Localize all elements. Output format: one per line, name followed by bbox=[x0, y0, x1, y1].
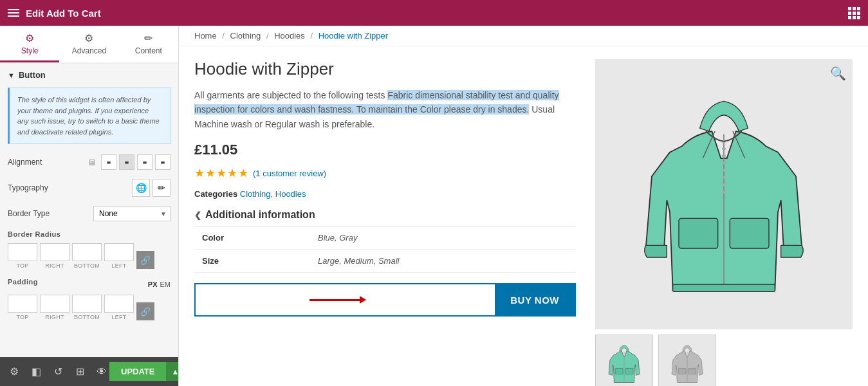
stars-row: ★★★★★ (1 customer review) bbox=[194, 166, 576, 180]
additional-info-table: Color Blue, Gray Size Large, Medium, Sma… bbox=[194, 226, 576, 273]
breadcrumb-clothing[interactable]: Clothing bbox=[230, 31, 261, 41]
review-link[interactable]: (1 customer review) bbox=[253, 169, 326, 178]
px-em-toggle: PX EM bbox=[148, 280, 171, 288]
tab-content[interactable]: ✏ Content bbox=[119, 26, 178, 62]
border-type-select[interactable]: None Solid Dashed Dotted Double bbox=[93, 206, 171, 221]
tab-style-label: Style bbox=[21, 46, 39, 55]
right-label: RIGHT bbox=[45, 262, 64, 269]
category-clothing-link[interactable]: Clothing bbox=[240, 189, 271, 199]
alignment-row: Alignment 🖥 ≡ ≡ ≡ ≡ bbox=[8, 154, 171, 170]
breadcrumb: Home / Clothing / Hoodies / Hoodie with … bbox=[179, 26, 868, 46]
chevron-down-icon: ▼ bbox=[8, 71, 15, 79]
svg-rect-2 bbox=[722, 147, 726, 150]
product-image bbox=[634, 78, 814, 310]
description-text: All garments are subjected to the follow… bbox=[194, 90, 559, 129]
toolbar-icons: ⚙ ◧ ↺ ⊞ 👁 bbox=[6, 364, 109, 380]
border-type-label: Border Type bbox=[8, 209, 50, 218]
thumbnail-2[interactable] bbox=[658, 335, 716, 386]
layers-icon[interactable]: ◧ bbox=[28, 364, 44, 380]
product-description: All garments are subjected to the follow… bbox=[194, 88, 576, 131]
size-key: Size bbox=[194, 250, 310, 273]
padding-left-input[interactable] bbox=[104, 295, 134, 313]
border-radius-section: Border Radius TOP RIGHT BOTTOM bbox=[8, 230, 171, 269]
grid-icon[interactable] bbox=[848, 7, 860, 19]
padding-left-group: LEFT bbox=[104, 295, 134, 320]
breadcrumb-hoodies[interactable]: Hoodies bbox=[274, 31, 305, 41]
typography-row: Typography 🌐 ✏ bbox=[8, 179, 171, 197]
border-type-select-wrapper: None Solid Dashed Dotted Double ▼ bbox=[93, 206, 171, 221]
svg-rect-6 bbox=[722, 176, 726, 179]
bottom-toolbar: ⚙ ◧ ↺ ⊞ 👁 UPDATE ▲ bbox=[0, 357, 178, 386]
top-bar: Edit Add To Cart bbox=[0, 0, 868, 26]
align-justify-btn[interactable]: ≡ bbox=[155, 154, 171, 170]
history-icon[interactable]: ↺ bbox=[50, 364, 66, 380]
info-box: The style of this widget is often affect… bbox=[8, 87, 171, 144]
additional-info-section: ❮ Additional information Color Blue, Gra… bbox=[194, 209, 576, 273]
product-stars: ★★★★★ bbox=[194, 166, 249, 180]
padding-bottom-group: BOTTOM bbox=[72, 295, 102, 320]
border-radius-inputs: TOP RIGHT BOTTOM LEFT 🔗 bbox=[8, 243, 171, 269]
thumbnail-1[interactable] bbox=[595, 335, 653, 386]
tab-advanced-label: Advanced bbox=[72, 46, 106, 55]
padding-top-input[interactable] bbox=[8, 295, 37, 313]
eye-icon[interactable]: 👁 bbox=[94, 364, 109, 380]
padding-right-input[interactable] bbox=[40, 295, 69, 313]
breadcrumb-sep-1: / bbox=[222, 31, 225, 41]
border-radius-right-group: RIGHT bbox=[40, 243, 69, 269]
padding-label: Padding bbox=[8, 278, 38, 286]
thumbnail-row bbox=[595, 335, 853, 386]
border-radius-label: Border Radius bbox=[8, 230, 171, 238]
border-type-row: Border Type None Solid Dashed Dotted Dou… bbox=[8, 206, 171, 221]
border-radius-left-input[interactable] bbox=[104, 243, 134, 261]
padding-bottom-input[interactable] bbox=[72, 295, 102, 313]
responsive-icon[interactable]: ⊞ bbox=[72, 364, 88, 380]
update-button[interactable]: UPDATE bbox=[109, 362, 166, 381]
panel-content: ▼ Button The style of this widget is oft… bbox=[0, 64, 178, 357]
typography-edit-btn[interactable]: ✏ bbox=[152, 179, 171, 197]
update-dropdown-btn[interactable]: ▲ bbox=[166, 362, 179, 381]
main-layout: ⚙ Style ⚙ Advanced ✏ Content ▼ Button Th… bbox=[0, 26, 868, 386]
category-hoodies-link[interactable]: Hoodies bbox=[275, 189, 306, 199]
padding-inputs: TOP RIGHT BOTTOM LEFT 🔗 bbox=[8, 295, 171, 320]
product-title: Hoodie with Zipper bbox=[194, 59, 576, 79]
hamburger-icon[interactable] bbox=[8, 9, 19, 17]
buy-now-button[interactable]: BUY NOW bbox=[495, 284, 575, 315]
svg-rect-9 bbox=[679, 218, 718, 248]
tab-advanced[interactable]: ⚙ Advanced bbox=[59, 26, 118, 62]
px-unit[interactable]: PX bbox=[148, 280, 158, 288]
breadcrumb-home[interactable]: Home bbox=[194, 31, 217, 41]
border-radius-top-input[interactable] bbox=[8, 243, 37, 261]
chevron-left-icon: ❮ bbox=[194, 210, 201, 220]
em-unit[interactable]: EM bbox=[160, 280, 171, 288]
border-radius-bottom-input[interactable] bbox=[72, 243, 102, 261]
content-icon: ✏ bbox=[144, 32, 152, 44]
align-center-btn[interactable]: ≡ bbox=[119, 154, 134, 170]
additional-info-label: Additional information bbox=[205, 209, 315, 221]
border-radius-link-btn[interactable]: 🔗 bbox=[136, 251, 154, 269]
categories-row: Categories Clothing, Hoodies bbox=[194, 189, 576, 199]
buy-now-section: BUY NOW bbox=[194, 283, 576, 317]
border-radius-right-input[interactable] bbox=[40, 243, 69, 261]
arrow-line bbox=[309, 299, 361, 301]
breadcrumb-sep-3: / bbox=[310, 31, 313, 41]
search-icon[interactable]: 🔍 bbox=[830, 66, 846, 81]
style-icon: ⚙ bbox=[25, 32, 34, 44]
padding-right-group: RIGHT bbox=[40, 295, 69, 320]
align-left-btn[interactable]: ≡ bbox=[101, 154, 116, 170]
right-content: Home / Clothing / Hoodies / Hoodie with … bbox=[179, 26, 868, 386]
categories-label: Categories bbox=[194, 189, 237, 199]
padding-bottom-label: BOTTOM bbox=[74, 314, 100, 320]
align-right-btn[interactable]: ≡ bbox=[137, 154, 152, 170]
padding-link-btn[interactable]: 🔗 bbox=[136, 302, 154, 320]
svg-rect-19 bbox=[688, 368, 696, 374]
padding-right-label: RIGHT bbox=[45, 314, 64, 320]
tab-style[interactable]: ⚙ Style bbox=[0, 26, 59, 62]
globe-icon-btn[interactable]: 🌐 bbox=[132, 179, 150, 197]
product-image-area: 🔍 bbox=[595, 59, 853, 386]
color-key: Color bbox=[194, 226, 310, 250]
border-radius-top-group: TOP bbox=[8, 243, 37, 269]
top-bar-title: Edit Add To Cart bbox=[26, 8, 101, 19]
svg-rect-16 bbox=[625, 368, 633, 374]
thumbnail-2-image bbox=[665, 341, 710, 386]
settings-icon[interactable]: ⚙ bbox=[6, 364, 22, 380]
